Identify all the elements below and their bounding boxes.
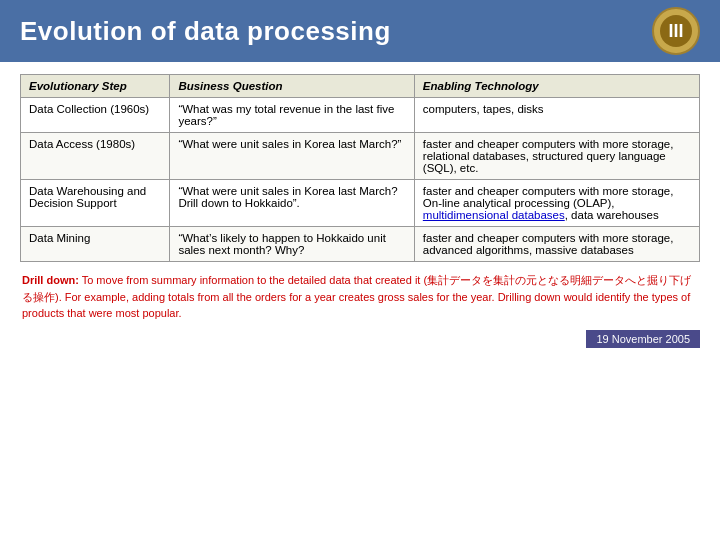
cell-technology: computers, tapes, disks <box>414 98 699 133</box>
cell-step: Data Collection (1960s) <box>21 98 170 133</box>
evolution-table: Evolutionary Step Business Question Enab… <box>20 74 700 262</box>
header: Evolution of data processing III <box>0 0 720 62</box>
cell-question: “What were unit sales in Korea last Marc… <box>170 180 414 227</box>
logo: III <box>652 7 700 55</box>
cell-step: Data Mining <box>21 227 170 262</box>
cell-question: “What were unit sales in Korea last Marc… <box>170 133 414 180</box>
multidimensional-databases-link[interactable]: multidimensional databases <box>423 209 565 221</box>
cell-technology: faster and cheaper computers with more s… <box>414 227 699 262</box>
col-header-question: Business Question <box>170 75 414 98</box>
logo-text: III <box>668 21 683 42</box>
col-header-technology: Enabling Technology <box>414 75 699 98</box>
cell-question: “What’s likely to happen to Hokkaido uni… <box>170 227 414 262</box>
cell-step: Data Warehousing and Decision Support <box>21 180 170 227</box>
date-badge: 19 November 2005 <box>586 330 700 348</box>
table-row: Data Mining“What’s likely to happen to H… <box>21 227 700 262</box>
table-row: Data Collection (1960s)“What was my tota… <box>21 98 700 133</box>
footer-section: Drill down: To move from summary informa… <box>20 272 700 322</box>
table-row: Data Access (1980s)“What were unit sales… <box>21 133 700 180</box>
page-title: Evolution of data processing <box>20 16 391 47</box>
cell-technology: faster and cheaper computers with more s… <box>414 133 699 180</box>
table-row: Data Warehousing and Decision Support“Wh… <box>21 180 700 227</box>
cell-question: “What was my total revenue in the last f… <box>170 98 414 133</box>
col-header-step: Evolutionary Step <box>21 75 170 98</box>
cell-step: Data Access (1980s) <box>21 133 170 180</box>
cell-technology: faster and cheaper computers with more s… <box>414 180 699 227</box>
